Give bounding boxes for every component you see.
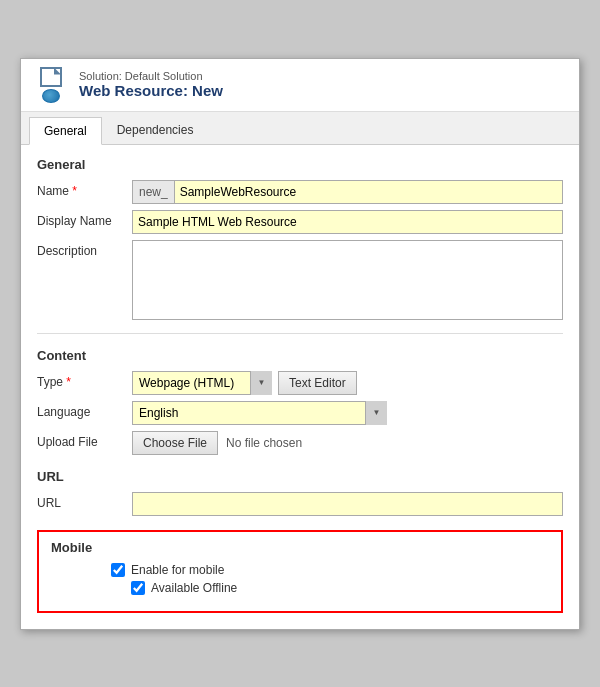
general-section-title: General [37,157,563,172]
name-field-group: Name * new_ [37,180,563,204]
upload-field-group: Upload File Choose File No file chosen [37,431,563,455]
type-select[interactable]: Webpage (HTML) Script (JScript) Style Sh… [132,371,272,395]
url-field-group: URL [37,492,563,516]
name-label: Name * [37,180,132,198]
description-textarea[interactable] [132,240,563,320]
url-section-title: URL [37,469,563,484]
document-icon [40,67,62,87]
web-resource-window: Solution: Default Solution Web Resource:… [20,58,580,630]
type-field-group: Type * Webpage (HTML) Script (JScript) S… [37,371,563,395]
upload-input-wrap: Choose File No file chosen [132,431,563,455]
description-input-wrap [132,240,563,323]
url-section: URL URL [37,469,563,516]
choose-file-button[interactable]: Choose File [132,431,218,455]
url-input-wrap [132,492,563,516]
content-section: Content Type * Webpage (HTML) Script (JS… [37,348,563,455]
type-label: Type * [37,371,132,389]
name-input-wrap: new_ [132,180,563,204]
type-select-wrap: Webpage (HTML) Script (JScript) Style Sh… [132,371,272,395]
name-input[interactable] [174,180,563,204]
tab-general[interactable]: General [29,117,102,145]
name-required: * [69,184,77,198]
divider-1 [37,333,563,334]
display-name-field-group: Display Name [37,210,563,234]
url-label: URL [37,492,132,510]
text-editor-button[interactable]: Text Editor [278,371,357,395]
display-name-label: Display Name [37,210,132,228]
tab-dependencies[interactable]: Dependencies [102,116,209,144]
window-header: Solution: Default Solution Web Resource:… [21,59,579,112]
url-input [132,492,563,516]
header-subtitle: Solution: Default Solution [79,70,223,82]
header-text: Solution: Default Solution Web Resource:… [79,70,223,99]
mobile-section: Mobile Enable for mobile Available Offli… [37,530,563,613]
tab-bar: General Dependencies [21,112,579,145]
globe-icon [42,89,60,103]
description-field-group: Description [37,240,563,323]
form-content: General Name * new_ Display Name Descrip… [21,145,579,629]
display-name-input-wrap [132,210,563,234]
upload-label: Upload File [37,431,132,449]
enable-mobile-row: Enable for mobile [111,563,549,577]
no-file-text: No file chosen [226,436,302,450]
header-icon [33,67,69,103]
display-name-input[interactable] [132,210,563,234]
content-section-title: Content [37,348,563,363]
language-input-wrap: English French German Spanish [132,401,563,425]
language-select-wrap: English French German Spanish [132,401,387,425]
language-select[interactable]: English French German Spanish [132,401,387,425]
available-offline-checkbox[interactable] [131,581,145,595]
description-label: Description [37,240,132,258]
mobile-section-title: Mobile [51,540,549,555]
enable-mobile-label: Enable for mobile [131,563,224,577]
language-label: Language [37,401,132,419]
name-prefix: new_ [132,180,174,204]
available-offline-row: Available Offline [131,581,549,595]
type-required: * [63,375,71,389]
language-field-group: Language English French German Spanish [37,401,563,425]
header-title: Web Resource: New [79,82,223,99]
type-input-wrap: Webpage (HTML) Script (JScript) Style Sh… [132,371,563,395]
available-offline-label: Available Offline [151,581,237,595]
enable-mobile-checkbox[interactable] [111,563,125,577]
